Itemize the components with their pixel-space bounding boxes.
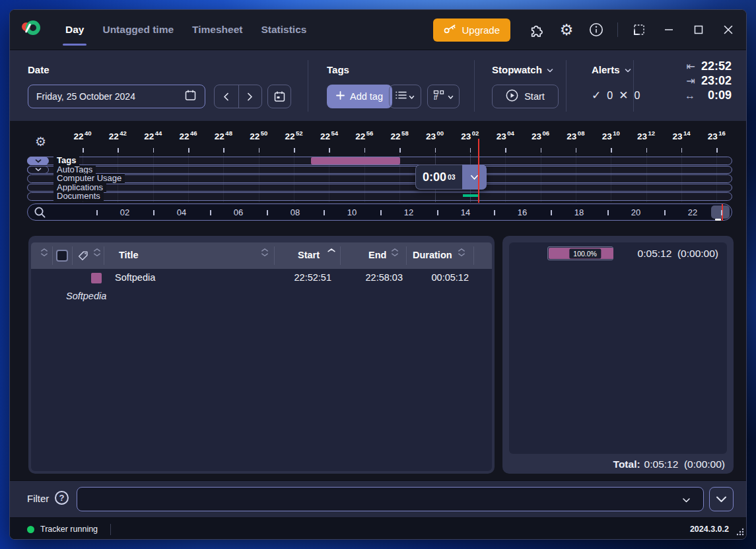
resize-grip[interactable] (735, 527, 745, 539)
svg-text:tf: tf (434, 94, 438, 101)
alerts-section-label[interactable]: Alerts (592, 64, 631, 75)
tooltip-dropdown-button[interactable] (462, 165, 487, 190)
navigator-hour-label: 10 (347, 207, 357, 217)
first-activity-time: 22:52 (701, 59, 732, 73)
navigator-hour-label: 04 (177, 207, 186, 217)
day-summary: ⇤ 22:52 ⇥ 23:02 ↔ 0:09 (685, 59, 732, 102)
tab-statistics[interactable]: Statistics (259, 20, 308, 40)
prev-day-button[interactable] (215, 85, 238, 108)
filter-history-chevron-icon[interactable] (682, 494, 691, 506)
next-day-button[interactable] (238, 85, 262, 108)
lane-label: Documents (53, 192, 104, 201)
tab-timesheet[interactable]: Timesheet (191, 20, 244, 40)
filter-input[interactable] (77, 487, 704, 511)
sort-icon[interactable] (261, 248, 269, 257)
duration-tooltip: 0:0003 (415, 165, 487, 190)
tab-untagged-time[interactable]: Untagged time (101, 20, 175, 40)
cross-icon: ✕ (619, 89, 628, 102)
date-section-label: Date (28, 64, 50, 75)
collapse-lane-button[interactable] (27, 166, 49, 174)
tag-list-dropdown-button[interactable] (389, 85, 421, 108)
minimize-icon[interactable] (660, 21, 677, 38)
navigator-hour-label: 08 (291, 207, 300, 217)
row-title: Softpedia (115, 272, 155, 283)
filter-label: Filter (27, 493, 49, 504)
sort-ascending-icon[interactable] (327, 248, 336, 253)
sort-icon[interactable] (93, 248, 101, 257)
date-value: Friday, 25 October 2024 (36, 91, 135, 102)
autotag-rules-dropdown-button[interactable]: tf (427, 85, 460, 108)
collapse-lane-button[interactable] (27, 157, 49, 165)
navigator-hour-label: 02 (120, 207, 129, 217)
first-activity-icon: ⇤ (685, 60, 695, 73)
timeline-section: ⚙ 22402242224422462248225022522254225622… (10, 121, 746, 225)
filter-expand-button[interactable] (709, 487, 734, 511)
settings-gear-icon[interactable]: ⚙ (558, 21, 575, 38)
day-navigator[interactable]: 0204060810121416182022 (27, 203, 732, 221)
last-activity-icon: ⇥ (685, 75, 695, 87)
stopwatch-section-label[interactable]: Stopwatch (492, 64, 553, 75)
tag-icon[interactable] (77, 250, 88, 264)
alerts-fail-count: 0 (634, 90, 640, 102)
column-end[interactable]: End (368, 250, 386, 260)
tab-day[interactable]: Day (64, 20, 85, 40)
navigator-marker (715, 219, 721, 221)
timeline-lane-applications[interactable] (27, 184, 732, 192)
magnifier-icon[interactable] (33, 205, 47, 222)
percent-progress-bar: 100.0% (547, 246, 613, 260)
version-number: 2024.3.0.2 (690, 525, 729, 534)
select-all-checkbox[interactable] (56, 250, 68, 262)
table-header: Title Start End Duration (31, 242, 492, 269)
maximize-icon[interactable] (690, 21, 707, 38)
title-bar: Day Untagged time Timesheet Statistics U… (10, 10, 746, 50)
percent-badge: 100.0% (569, 248, 601, 258)
navigator-hour-label: 20 (631, 207, 640, 217)
sort-icon[interactable] (40, 248, 48, 257)
today-calendar-button[interactable] (267, 85, 291, 108)
navigator-hour-label: 06 (234, 207, 243, 217)
navigator-hour-label: 18 (574, 207, 584, 217)
table-row[interactable]: Softpedia22:52:5122:58:0300:05:12 (31, 269, 492, 287)
timeline-lane-autotags[interactable] (27, 166, 732, 174)
app-window: Day Untagged time Timesheet Statistics U… (9, 9, 747, 540)
stopwatch-start-button[interactable]: Start (492, 85, 559, 108)
row-color-swatch (91, 273, 102, 283)
chevron-down-icon (409, 91, 415, 102)
current-time-line (478, 139, 479, 203)
snip-icon[interactable] (631, 21, 648, 38)
row-start: 22:52:51 (282, 272, 331, 283)
total-duration-time: 0:09 (701, 89, 732, 102)
tag-activity-bar[interactable] (311, 157, 400, 165)
sort-icon[interactable] (458, 248, 465, 257)
table-body: Softpedia22:52:5122:58:0300:05:12Softped… (31, 269, 492, 471)
main-tabs: Day Untagged time Timesheet Statistics (64, 10, 308, 50)
lane-label: Tags (53, 156, 79, 165)
column-title[interactable]: Title (119, 250, 139, 260)
timeline-lane-documents[interactable] (27, 192, 732, 201)
help-icon[interactable]: ? (55, 491, 69, 505)
stats-panel: 100.0% 0:05:12 (0:00:00) Total:0:05:12 (… (502, 236, 734, 474)
row-duration: 00:05:12 (414, 272, 469, 283)
timeline-lane-computer-usage[interactable] (27, 174, 732, 183)
row-end: 22:58:03 (348, 272, 403, 283)
autotag-icon: tf (433, 90, 446, 103)
navigator-hour-label: 14 (461, 207, 470, 217)
header-bar: Date Friday, 25 October 2024 Tags Add ta… (10, 50, 746, 121)
chevron-down-icon (448, 91, 454, 102)
app-logo-icon (22, 20, 42, 40)
sort-icon[interactable] (391, 248, 399, 257)
date-input[interactable]: Friday, 25 October 2024 (28, 85, 205, 108)
info-icon[interactable] (588, 21, 605, 38)
upgrade-button[interactable]: Upgrade (433, 18, 510, 42)
column-duration[interactable]: Duration (413, 250, 452, 260)
navigator-selection[interactable] (711, 205, 730, 219)
selected-segment-bar (463, 194, 479, 197)
add-tag-button[interactable]: Add tag (327, 85, 392, 108)
puzzle-icon[interactable] (528, 21, 545, 38)
play-icon (506, 89, 518, 104)
column-start[interactable]: Start (298, 250, 320, 260)
filter-bar: Filter ? (10, 480, 746, 517)
titlebar-controls: Upgrade ⚙ (433, 10, 737, 50)
list-icon (395, 91, 407, 102)
close-icon[interactable] (720, 21, 737, 38)
